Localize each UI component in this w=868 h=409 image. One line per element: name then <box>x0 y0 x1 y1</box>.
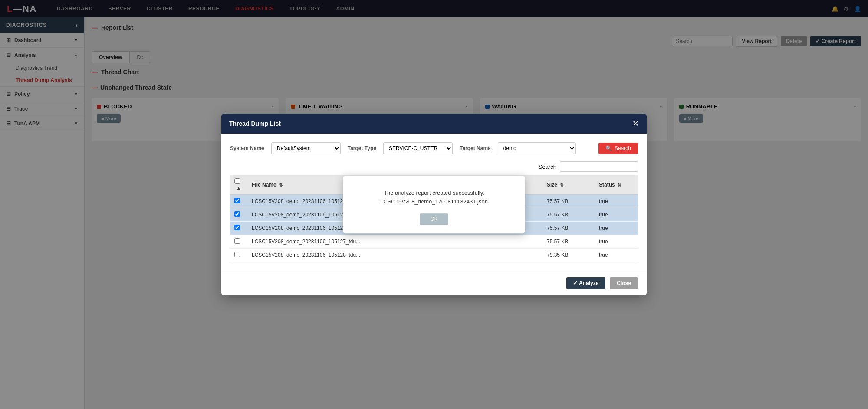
col-size-label: Size <box>547 182 557 188</box>
row-status-1: true <box>595 208 638 222</box>
row-checkbox-3[interactable] <box>234 238 240 244</box>
target-name-label: Target Name <box>460 145 491 151</box>
row-size-0: 75.57 KB <box>542 195 595 208</box>
target-type-select[interactable]: SERVICE-CLUSTER <box>383 142 453 154</box>
table-search-label: Search <box>539 164 556 170</box>
analyze-button[interactable]: ✓ Analyze <box>566 277 605 289</box>
search-button-label: Search <box>615 145 631 151</box>
col-status-label: Status <box>599 182 615 188</box>
size-sort-icon: ⇅ <box>560 183 563 187</box>
row-status-4: true <box>595 249 638 262</box>
row-checkbox-cell-3[interactable] <box>230 235 247 249</box>
sort-icon: ▲ <box>236 185 241 191</box>
table-row: LCSC15V208_demo_20231106_105128_tdu... 7… <box>230 249 638 262</box>
col-size[interactable]: Size ⇅ <box>542 175 595 195</box>
thread-dump-modal: Thread Dump List ✕ System Name DefaultSy… <box>221 114 647 295</box>
filter-row: System Name DefaultSystem Target Type SE… <box>230 142 638 154</box>
row-status-2: true <box>595 222 638 235</box>
row-size-2: 75.57 KB <box>542 222 595 235</box>
row-checkbox-4[interactable] <box>234 252 240 257</box>
target-type-label: Target Type <box>348 145 376 151</box>
row-status-0: true <box>595 195 638 208</box>
row-size-1: 75.57 KB <box>542 208 595 222</box>
row-checkbox-cell-1[interactable] <box>230 208 247 222</box>
status-sort-icon: ⇅ <box>618 183 621 187</box>
col-filename-label: File Name <box>252 182 276 188</box>
row-size-3: 75.57 KB <box>542 235 595 249</box>
modal-title: Thread Dump List <box>229 120 281 127</box>
system-name-label: System Name <box>230 145 264 151</box>
search-icon: 🔍 <box>605 145 612 151</box>
row-checkbox-2[interactable] <box>234 225 240 230</box>
modal-footer: ✓ Analyze Close <box>221 271 647 295</box>
modal-search-button[interactable]: 🔍 Search <box>598 143 638 154</box>
row-checkbox-cell-2[interactable] <box>230 222 247 235</box>
ok-button[interactable]: OK <box>420 213 448 225</box>
col-status[interactable]: Status ⇅ <box>595 175 638 195</box>
row-size-4: 79.35 KB <box>542 249 595 262</box>
row-filename-4: LCSC15V208_demo_20231106_105128_tdu... <box>247 249 542 262</box>
close-modal-button[interactable]: Close <box>610 277 638 289</box>
row-checkbox-1[interactable] <box>234 211 240 217</box>
table-search-input[interactable] <box>560 161 638 172</box>
success-line2: LCSC15V208_demo_1700811132431.json <box>380 199 488 205</box>
target-name-select[interactable]: demo <box>498 142 576 154</box>
system-name-select[interactable]: DefaultSystem <box>271 142 341 154</box>
success-line1: The analyze report created successfully. <box>384 190 484 196</box>
row-status-3: true <box>595 235 638 249</box>
modal-header: Thread Dump List ✕ <box>221 114 647 134</box>
select-all-checkbox[interactable] <box>234 178 240 184</box>
col-checkbox[interactable]: ▲ <box>230 175 247 195</box>
table-search-row: Search <box>230 161 638 172</box>
row-checkbox-cell-0[interactable] <box>230 195 247 208</box>
success-message: The analyze report created successfully.… <box>353 189 515 207</box>
row-filename-3: LCSC15V208_demo_20231106_105127_tdu... <box>247 235 542 249</box>
table-row: LCSC15V208_demo_20231106_105127_tdu... 7… <box>230 235 638 249</box>
modal-overlay: Thread Dump List ✕ System Name DefaultSy… <box>0 0 868 409</box>
filename-sort-icon: ⇅ <box>279 183 283 187</box>
row-checkbox-cell-4[interactable] <box>230 249 247 262</box>
row-checkbox-0[interactable] <box>234 198 240 203</box>
modal-close-button[interactable]: ✕ <box>632 119 639 128</box>
success-dialog: The analyze report created successfully.… <box>343 176 525 234</box>
